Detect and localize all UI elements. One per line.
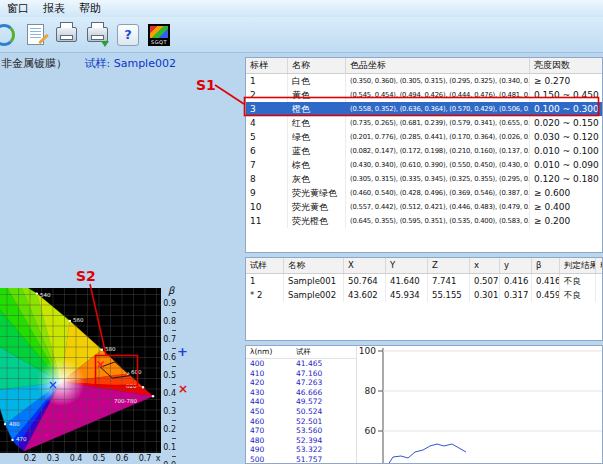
list-item[interactable]: 430 46.666 (246, 388, 356, 398)
cell-chromaticity: (0.460, 0.540), (0.428, 0.496), (0.369, … (346, 186, 530, 200)
cell-chromaticity: (0.430, 0.340), (0.610, 0.390), (0.550, … (346, 158, 530, 172)
cell-luminance-factor: ≥ 0.600 (530, 186, 603, 200)
list-item[interactable]: 500 51.757 (246, 455, 356, 464)
list-item[interactable]: 420 47.263 (246, 378, 356, 388)
cell-id: 7 (246, 158, 288, 172)
cell-Y: 45.934 (386, 288, 428, 302)
cell-id: 9 (246, 186, 288, 200)
cell-id: 10 (246, 200, 288, 214)
wavelength-label: 700-780 (114, 398, 137, 404)
cell-chromaticity: (0.545, 0.454), (0.494, 0.426), (0.444, … (346, 88, 530, 102)
cell-X: 50.764 (344, 274, 386, 288)
cell-chromaticity: (0.201, 0.776), (0.285, 0.441), (0.170, … (346, 130, 530, 144)
beta-tick: 0.2 (160, 425, 176, 443)
table-row[interactable]: 8 灰色 (0.305, 0.315), (0.335, 0.345), (0.… (246, 172, 602, 186)
logo-icon: SGQT (148, 24, 170, 46)
cie-chromaticity-diagram: 540 560 580 600 620 700-780 480 470 (0, 288, 161, 453)
help-button[interactable]: ? (115, 22, 141, 48)
list-item[interactable]: 450 50.524 (246, 407, 356, 417)
x-axis-tick: 0.6 (112, 454, 132, 463)
column-header: β (532, 258, 560, 273)
column-header: X (344, 258, 386, 273)
cell-wavelength: 460 (246, 417, 292, 427)
table-row[interactable]: 1 白色 (0.350, 0.360), (0.305, 0.315), (0.… (246, 74, 602, 88)
wavelength-label: 470 (16, 436, 27, 442)
cell-luminance-factor: 0.030 ~ 0.120 (530, 130, 603, 144)
cell-luminance-factor: ≥ 0.400 (530, 200, 603, 214)
standards-table: 标样 名称 色品坐标 亮度因数 1 白色 (0.350, 0.360), (0.… (245, 57, 603, 253)
cell-color-name: 荧光橙色 (288, 214, 346, 228)
list-item[interactable]: 480 52.394 (246, 436, 356, 446)
cell-Z: 7.741 (428, 274, 470, 288)
table-row[interactable]: 1 Sample001 50.764 41.640 7.741 0.507 0.… (246, 274, 602, 288)
annotation-s2-label: S2 (76, 268, 96, 284)
column-header: 名称 (284, 258, 344, 273)
cell-wavelength: 440 (246, 397, 292, 407)
cell-wavelength: 410 (246, 369, 292, 379)
list-item[interactable]: 460 52.501 (246, 417, 356, 427)
print-export-button[interactable] (84, 22, 110, 48)
table-row[interactable]: 2 黄色 (0.545, 0.454), (0.494, 0.426), (0.… (246, 88, 602, 102)
beta-tick: 0.7 (160, 335, 176, 353)
list-item[interactable]: 440 49.572 (246, 397, 356, 407)
column-header: 色品坐标 (346, 58, 530, 73)
list-item[interactable]: 410 47.160 (246, 369, 356, 379)
cell-chromaticity: (0.735, 0.265), (0.681, 0.239), (0.579, … (346, 116, 530, 130)
table-row[interactable]: 10 荧光黄色 (0.557, 0.442), (0.512, 0.421), … (246, 200, 602, 214)
menu-item[interactable]: 窗口 (0, 1, 36, 16)
menu-item[interactable]: 报表 (36, 1, 72, 16)
cell-luminance-factor: 0.150 ~ 0.450 (530, 88, 603, 102)
cell-color-name: 绿色 (288, 130, 346, 144)
wavelength-label: 480 (9, 421, 20, 427)
table-row[interactable]: 3 橙色 (0.558, 0.352), (0.636, 0.364), (0.… (246, 102, 602, 116)
cell-result: 不良 (560, 288, 596, 302)
standards-table-header: 标样 名称 色品坐标 亮度因数 (246, 58, 602, 74)
table-row[interactable]: 6 蓝色 (0.082, 0.147), (0.172, 0.198), (0.… (246, 144, 602, 158)
column-header: 标样 (246, 58, 288, 73)
cell-wavelength: 470 (246, 426, 292, 436)
annotation-s1-label: S1 (196, 77, 216, 93)
table-row[interactable]: 7 棕色 (0.430, 0.340), (0.610, 0.390), (0.… (246, 158, 602, 172)
list-item[interactable]: 470 53.560 (246, 426, 356, 436)
white-point (37, 358, 85, 406)
beta-marker-plus-icon (177, 344, 188, 359)
column-header: 判定结果 (560, 258, 596, 273)
table-row[interactable]: 5 绿色 (0.201, 0.776), (0.285, 0.441), (0.… (246, 130, 602, 144)
beta-axis-label: β (168, 285, 174, 296)
refresh-button[interactable] (0, 22, 17, 48)
menu-item[interactable]: 帮助 (72, 1, 108, 16)
column-header: Y (386, 258, 428, 273)
table-row[interactable]: 9 荧光黄绿色 (0.460, 0.540), (0.428, 0.496), … (246, 186, 602, 200)
cell-color-name: 蓝色 (288, 144, 346, 158)
cell-luminance-factor: 0.020 ~ 0.150 (530, 116, 603, 130)
column-header: y (500, 258, 532, 273)
table-row[interactable]: 4 红色 (0.735, 0.265), (0.681, 0.239), (0.… (246, 116, 602, 130)
logo-button[interactable]: SGQT (146, 22, 172, 48)
list-item[interactable]: 490 53.322 (246, 445, 356, 455)
wavelength-label: 620 (126, 383, 137, 389)
cell-sample-name: Sample001 (284, 274, 344, 288)
cell-wavelength: 450 (246, 407, 292, 417)
beta-tick: 0.6 (160, 353, 176, 371)
coating-label: （非金属镀膜） (0, 57, 67, 70)
cell-luminance-factor: 0.120 ~ 0.180 (530, 172, 603, 186)
cell-part-no (596, 274, 603, 288)
list-item[interactable]: 400 41.465 (246, 359, 356, 369)
cell-chromaticity: (0.305, 0.315), (0.335, 0.345), (0.325, … (346, 172, 530, 186)
table-row[interactable]: 11 荧光橙色 (0.645, 0.355), (0.595, 0.351), … (246, 214, 602, 228)
menu-bar: 窗口报表帮助 (0, 0, 603, 17)
cell-wavelength: 430 (246, 388, 292, 398)
cell-wavelength: 490 (246, 445, 292, 455)
cell-X: 43.602 (344, 288, 386, 302)
table-row[interactable]: * 2 Sample002 43.602 45.934 55.155 0.301… (246, 288, 602, 302)
print-button[interactable] (53, 22, 79, 48)
cell-reflectance: 52.394 (292, 436, 350, 446)
current-sample-label: 试样: Sample002 (85, 57, 176, 70)
cell-part-no (596, 288, 603, 302)
report-button[interactable] (22, 22, 48, 48)
cell-luminance-factor: ≥ 0.200 (530, 214, 603, 228)
cell-id: 8 (246, 172, 288, 186)
cell-reflectance: 51.757 (292, 455, 350, 464)
spectral-list: λ(nm) 试样 400 41.465 410 47.160 (246, 346, 357, 463)
column-header: λ(nm) (246, 346, 292, 358)
